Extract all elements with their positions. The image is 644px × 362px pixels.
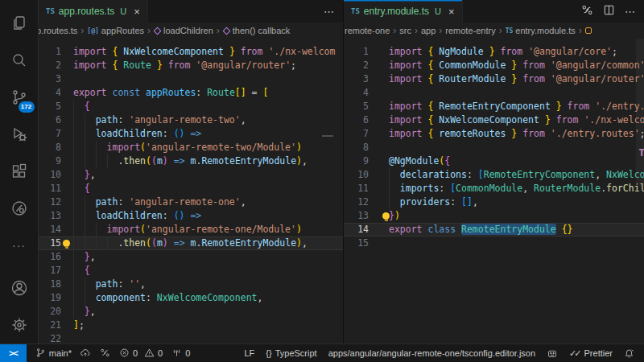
code-line[interactable]: 8 — [344, 141, 644, 154]
lightbulb-icon[interactable] — [63, 240, 70, 247]
breadcrumb-item[interactable]: remote-one — [345, 26, 390, 35]
line-number: 6 — [344, 113, 389, 127]
code-line[interactable]: 10declarations: [RemoteEntryComponent, N… — [344, 168, 644, 182]
tsconfig-path-item[interactable]: apps/angular/angular-remote-one/tsconfig… — [328, 348, 535, 358]
code-line[interactable]: 7loadChildren: () => — [39, 127, 343, 141]
more-actions-icon[interactable]: ⋯ — [625, 6, 636, 18]
symbol-array-icon: [@] — [87, 27, 98, 35]
code-line[interactable]: 11imports: [CommonModule, RouterModule.f… — [344, 182, 644, 195]
split-editor-icon[interactable] — [603, 4, 615, 19]
code-line[interactable]: 6path: 'angular-remote-two', — [39, 113, 343, 127]
compare-changes-item[interactable] — [100, 348, 110, 360]
typescript-file-icon: TS — [351, 7, 360, 15]
close-icon[interactable]: × — [448, 6, 455, 18]
indent-guides — [73, 264, 85, 278]
line-number: 22 — [39, 332, 73, 343]
settings-gear-icon[interactable] — [0, 306, 39, 343]
compare-changes-icon[interactable] — [581, 4, 593, 19]
code-line[interactable]: 20}, — [39, 305, 343, 319]
language-item[interactable]: {} TypeScript — [266, 348, 316, 358]
code-line[interactable]: 19component: NxWelcomeComponent, — [39, 291, 343, 305]
code-line[interactable]: 3import { RouterModule } from '@angular/… — [344, 72, 644, 86]
more-views-icon[interactable]: ··· — [0, 227, 39, 264]
code-line[interactable]: 2import { CommonModule } from '@angular/… — [344, 59, 644, 72]
code-line[interactable]: 4export const appRoutes: Route[] = [ — [39, 86, 343, 100]
formatter-item[interactable]: ✓✓ Prettier — [569, 348, 613, 359]
indent-guides — [73, 127, 96, 141]
code-line[interactable]: 22 — [39, 332, 343, 343]
remote-indicator[interactable]: >< — [0, 344, 27, 362]
code-line[interactable]: 11{ — [39, 182, 343, 195]
eol-item[interactable]: LF — [244, 348, 254, 358]
code-line[interactable]: 15 — [344, 237, 644, 250]
grid-extension-icon[interactable] — [547, 348, 558, 359]
lightbulb-icon[interactable] — [382, 212, 390, 220]
indent-guides — [73, 278, 96, 291]
breadcrumb-item[interactable] — [585, 27, 592, 34]
code-line[interactable]: 9.then((m) => m.RemoteEntryModule), — [39, 154, 343, 168]
braces-icon: {} — [266, 348, 271, 358]
breadcrumb-item[interactable]: app — [421, 26, 436, 35]
code-line[interactable]: 13}) — [344, 209, 644, 223]
code-line[interactable]: 7import { remoteRoutes } from './entry.r… — [344, 127, 644, 141]
code-line[interactable]: 12providers: [], — [344, 195, 644, 209]
code-line[interactable]: 13loadChildren: () => — [39, 209, 343, 223]
line-number: 9 — [344, 154, 389, 168]
code-line[interactable]: 9@NgModule({ — [344, 154, 644, 168]
code-line[interactable]: 10}, — [39, 168, 343, 182]
code-line[interactable]: 3 — [39, 72, 343, 86]
breadcrumb-item[interactable]: [@]appRoutes — [87, 26, 144, 35]
code-line[interactable]: 17{ — [39, 264, 343, 278]
code-line[interactable]: 4 — [344, 86, 644, 100]
line-number: 8 — [39, 141, 73, 154]
chevron-right-icon: › — [499, 25, 502, 36]
breadcrumb-item[interactable]: remote-entry — [445, 26, 495, 35]
code-line[interactable]: 14import('angular-remote-one/Module') — [39, 223, 343, 237]
line-number: 1 — [39, 45, 73, 59]
broadcast-icon — [171, 348, 182, 360]
tab-entry-module[interactable]: TS entry.module.ts U × — [344, 0, 463, 23]
chevron-right-icon: › — [217, 25, 220, 36]
code-line[interactable]: 15.then((m) => m.RemoteEntryModule), — [39, 237, 343, 250]
indent-guides — [73, 141, 107, 154]
close-icon[interactable]: × — [134, 6, 140, 18]
extensions-icon[interactable] — [0, 153, 39, 190]
status-bar-right: LF {} TypeScript apps/angular/angular-re… — [244, 348, 644, 359]
problems-item[interactable]: 0 0 — [119, 348, 163, 360]
indent-guides — [73, 223, 107, 237]
breadcrumb-item[interactable]: src — [399, 26, 411, 35]
more-actions-icon[interactable]: ⋯ — [324, 6, 335, 18]
source-control-icon[interactable]: 172 — [0, 79, 39, 116]
breadcrumb-item[interactable]: TSentry.module.ts — [506, 26, 576, 35]
vertical-scrollbar[interactable] — [636, 39, 644, 187]
code-line[interactable]: 5import { RemoteEntryComponent } from '.… — [344, 100, 644, 113]
code-line[interactable]: 1import { NgModule } from '@angular/core… — [344, 45, 644, 59]
ports-item[interactable]: 0 — [171, 348, 190, 360]
overview-ruler-mark — [322, 135, 333, 137]
breadcrumb-item[interactable]: loadChildren — [154, 26, 213, 35]
notifications-bell-icon[interactable] — [624, 348, 634, 359]
code-line[interactable]: 14export class RemoteEntryModule {} — [344, 223, 644, 237]
nx-console-icon[interactable] — [0, 190, 39, 227]
code-line[interactable]: 1import { NxWelcomeComponent } from './n… — [39, 45, 343, 59]
code-line[interactable]: 5{ — [39, 100, 343, 113]
tab-app-routes[interactable]: TS app.routes.ts U × — [39, 0, 148, 23]
code-line[interactable]: 16}, — [39, 250, 343, 264]
branch-item[interactable]: main* — [35, 348, 91, 360]
code-line[interactable]: 18path: '', — [39, 278, 343, 291]
line-number: 10 — [39, 168, 73, 182]
code-line[interactable]: 12path: 'angular-remote-one', — [39, 195, 343, 209]
line-number: 7 — [344, 127, 389, 141]
code-line[interactable]: 8import('angular-remote-two/Module') — [39, 141, 343, 154]
line-number: 12 — [39, 195, 73, 209]
breadcrumb-item[interactable]: p.routes.ts — [39, 26, 77, 35]
account-icon[interactable] — [0, 269, 39, 306]
editor-group-left: TS app.routes.ts U × ⋯ p.routes.ts›[@]ap… — [39, 0, 343, 343]
code-line[interactable]: 21]; — [39, 319, 343, 332]
explorer-icon[interactable] — [0, 5, 39, 42]
code-line[interactable]: 2import { Route } from '@angular/router'… — [39, 59, 343, 72]
code-line[interactable]: 6import { NxWelcomeComponent } from './n… — [344, 113, 644, 127]
search-icon[interactable] — [0, 42, 39, 79]
run-debug-icon[interactable] — [0, 116, 39, 153]
breadcrumb-item[interactable]: then() callback — [223, 26, 291, 35]
